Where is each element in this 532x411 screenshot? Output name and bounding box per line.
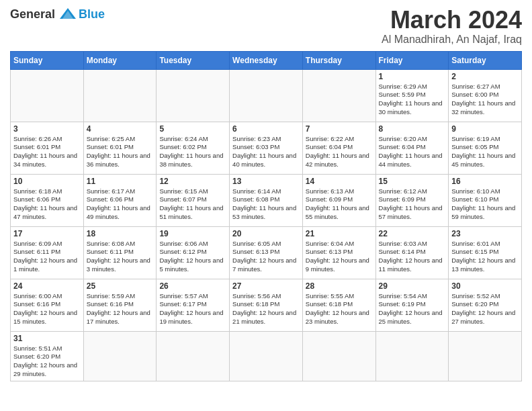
day-number: 4 [87, 124, 154, 134]
day-number: 31 [13, 334, 81, 343]
calendar-cell [11, 69, 84, 122]
day-info: Sunrise: 6:18 AM Sunset: 6:06 PM Dayligh… [13, 187, 81, 222]
calendar-body: 1Sunrise: 6:29 AM Sunset: 5:59 PM Daylig… [11, 69, 522, 381]
calendar-cell [230, 69, 303, 122]
weekday-header-friday: Friday [375, 51, 449, 69]
day-number: 6 [232, 124, 300, 134]
calendar-cell [157, 331, 230, 381]
day-number: 1 [379, 72, 446, 81]
calendar-cell: 6Sunrise: 6:23 AM Sunset: 6:03 PM Daylig… [230, 122, 303, 174]
calendar-week-row: 17Sunrise: 6:09 AM Sunset: 6:11 PM Dayli… [11, 226, 522, 279]
day-info: Sunrise: 6:25 AM Sunset: 6:01 PM Dayligh… [87, 135, 154, 169]
calendar-cell: 1Sunrise: 6:29 AM Sunset: 5:59 PM Daylig… [375, 69, 449, 122]
day-number: 2 [451, 72, 519, 81]
day-info: Sunrise: 6:04 AM Sunset: 6:13 PM Dayligh… [306, 240, 373, 274]
calendar-cell: 30Sunrise: 5:52 AM Sunset: 6:20 PM Dayli… [449, 279, 522, 331]
day-number: 15 [379, 177, 446, 186]
calendar-table: SundayMondayTuesdayWednesdayThursdayFrid… [10, 51, 522, 381]
calendar-cell: 29Sunrise: 5:54 AM Sunset: 6:19 PM Dayli… [375, 279, 449, 331]
day-info: Sunrise: 6:13 AM Sunset: 6:09 PM Dayligh… [306, 187, 373, 222]
calendar-cell: 26Sunrise: 5:57 AM Sunset: 6:17 PM Dayli… [157, 279, 230, 331]
day-number: 17 [13, 229, 81, 238]
calendar-week-row: 24Sunrise: 6:00 AM Sunset: 6:16 PM Dayli… [11, 279, 522, 331]
calendar-cell [83, 331, 157, 381]
day-info: Sunrise: 6:17 AM Sunset: 6:06 PM Dayligh… [87, 187, 154, 222]
day-info: Sunrise: 5:59 AM Sunset: 6:16 PM Dayligh… [87, 292, 154, 326]
day-number: 26 [159, 281, 226, 291]
calendar-cell: 2Sunrise: 6:27 AM Sunset: 6:00 PM Daylig… [449, 69, 522, 122]
day-info: Sunrise: 6:06 AM Sunset: 6:12 PM Dayligh… [159, 240, 226, 274]
month-title: March 2024 [382, 7, 522, 34]
weekday-header-monday: Monday [83, 51, 157, 69]
weekday-header-sunday: Sunday [11, 51, 84, 69]
day-number: 11 [87, 177, 154, 186]
day-info: Sunrise: 6:15 AM Sunset: 6:07 PM Dayligh… [159, 187, 226, 222]
day-number: 19 [159, 229, 226, 238]
calendar-cell: 28Sunrise: 5:55 AM Sunset: 6:18 PM Dayli… [302, 279, 375, 331]
logo-icon [58, 7, 77, 21]
calendar-cell [83, 69, 157, 122]
calendar-cell: 19Sunrise: 6:06 AM Sunset: 6:12 PM Dayli… [157, 226, 230, 279]
day-info: Sunrise: 5:51 AM Sunset: 6:20 PM Dayligh… [13, 345, 81, 379]
day-number: 12 [159, 177, 226, 186]
calendar-cell [449, 331, 522, 381]
calendar-cell: 17Sunrise: 6:09 AM Sunset: 6:11 PM Dayli… [11, 226, 84, 279]
day-info: Sunrise: 5:52 AM Sunset: 6:20 PM Dayligh… [451, 292, 519, 326]
day-info: Sunrise: 6:27 AM Sunset: 6:00 PM Dayligh… [451, 83, 519, 117]
day-info: Sunrise: 6:00 AM Sunset: 6:16 PM Dayligh… [13, 292, 81, 326]
day-info: Sunrise: 6:14 AM Sunset: 6:08 PM Dayligh… [232, 187, 300, 222]
calendar-week-row: 1Sunrise: 6:29 AM Sunset: 5:59 PM Daylig… [11, 69, 522, 122]
day-number: 29 [379, 281, 446, 291]
day-number: 8 [379, 124, 446, 134]
day-info: Sunrise: 6:23 AM Sunset: 6:03 PM Dayligh… [232, 135, 300, 169]
day-info: Sunrise: 6:01 AM Sunset: 6:15 PM Dayligh… [451, 240, 519, 274]
calendar-cell: 15Sunrise: 6:12 AM Sunset: 6:09 PM Dayli… [375, 174, 449, 226]
day-info: Sunrise: 6:05 AM Sunset: 6:13 PM Dayligh… [232, 240, 300, 274]
calendar-cell [302, 69, 375, 122]
calendar-cell: 9Sunrise: 6:19 AM Sunset: 6:05 PM Daylig… [449, 122, 522, 174]
calendar-cell: 12Sunrise: 6:15 AM Sunset: 6:07 PM Dayli… [157, 174, 230, 226]
calendar-cell [302, 331, 375, 381]
day-info: Sunrise: 6:10 AM Sunset: 6:10 PM Dayligh… [451, 187, 519, 222]
header: General Blue March 2024 Al Manadhirah, A… [10, 7, 522, 46]
calendar-cell: 23Sunrise: 6:01 AM Sunset: 6:15 PM Dayli… [449, 226, 522, 279]
day-number: 30 [451, 281, 519, 291]
day-info: Sunrise: 5:54 AM Sunset: 6:19 PM Dayligh… [379, 292, 446, 326]
calendar-cell [375, 331, 449, 381]
day-number: 3 [13, 124, 81, 134]
calendar-cell: 8Sunrise: 6:20 AM Sunset: 6:04 PM Daylig… [375, 122, 449, 174]
weekday-header-thursday: Thursday [302, 51, 375, 69]
weekday-header-row: SundayMondayTuesdayWednesdayThursdayFrid… [11, 51, 522, 69]
calendar-cell: 31Sunrise: 5:51 AM Sunset: 6:20 PM Dayli… [11, 331, 84, 381]
calendar-cell [230, 331, 303, 381]
location-title: Al Manadhirah, An Najaf, Iraq [382, 34, 522, 46]
day-info: Sunrise: 6:29 AM Sunset: 5:59 PM Dayligh… [379, 83, 446, 117]
weekday-header-saturday: Saturday [449, 51, 522, 69]
day-number: 14 [306, 177, 373, 186]
day-number: 20 [232, 229, 300, 238]
day-info: Sunrise: 6:20 AM Sunset: 6:04 PM Dayligh… [379, 135, 446, 169]
title-area: March 2024 Al Manadhirah, An Najaf, Iraq [382, 7, 522, 46]
day-number: 13 [232, 177, 300, 186]
calendar-cell: 10Sunrise: 6:18 AM Sunset: 6:06 PM Dayli… [11, 174, 84, 226]
day-info: Sunrise: 6:19 AM Sunset: 6:05 PM Dayligh… [451, 135, 519, 169]
day-number: 24 [13, 281, 81, 291]
day-number: 22 [379, 229, 446, 238]
day-info: Sunrise: 6:22 AM Sunset: 6:04 PM Dayligh… [306, 135, 373, 169]
calendar-week-row: 10Sunrise: 6:18 AM Sunset: 6:06 PM Dayli… [11, 174, 522, 226]
calendar-cell: 24Sunrise: 6:00 AM Sunset: 6:16 PM Dayli… [11, 279, 84, 331]
day-number: 18 [87, 229, 154, 238]
calendar-cell: 27Sunrise: 5:56 AM Sunset: 6:18 PM Dayli… [230, 279, 303, 331]
day-info: Sunrise: 6:08 AM Sunset: 6:11 PM Dayligh… [87, 240, 154, 274]
day-info: Sunrise: 6:12 AM Sunset: 6:09 PM Dayligh… [379, 187, 446, 222]
calendar-cell: 16Sunrise: 6:10 AM Sunset: 6:10 PM Dayli… [449, 174, 522, 226]
day-info: Sunrise: 6:09 AM Sunset: 6:11 PM Dayligh… [13, 240, 81, 274]
logo-blue-text: Blue [79, 7, 105, 21]
day-number: 23 [451, 229, 519, 238]
day-info: Sunrise: 5:57 AM Sunset: 6:17 PM Dayligh… [159, 292, 226, 326]
calendar-cell: 20Sunrise: 6:05 AM Sunset: 6:13 PM Dayli… [230, 226, 303, 279]
day-info: Sunrise: 6:03 AM Sunset: 6:14 PM Dayligh… [379, 240, 446, 274]
calendar-cell: 5Sunrise: 6:24 AM Sunset: 6:02 PM Daylig… [157, 122, 230, 174]
day-info: Sunrise: 5:56 AM Sunset: 6:18 PM Dayligh… [232, 292, 300, 326]
day-number: 10 [13, 177, 81, 186]
